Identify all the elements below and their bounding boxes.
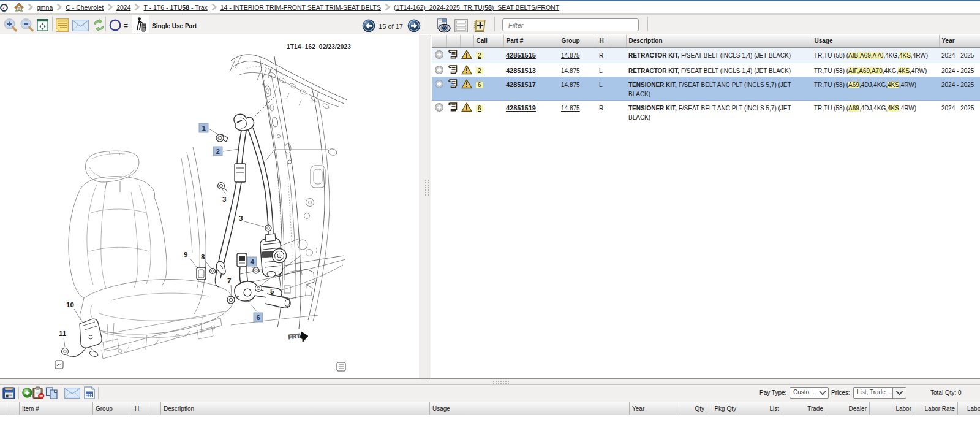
svg-text:11: 11 — [59, 330, 67, 337]
svg-text:2: 2 — [216, 148, 220, 155]
svg-text:1: 1 — [202, 124, 206, 132]
svg-text:10: 10 — [66, 301, 74, 308]
svg-text:6: 6 — [257, 314, 260, 321]
svg-text:9: 9 — [184, 251, 187, 258]
svg-text:5: 5 — [270, 288, 274, 295]
svg-text:3: 3 — [222, 196, 226, 203]
svg-text:FRT: FRT — [288, 332, 300, 340]
svg-text:7: 7 — [227, 277, 231, 285]
svg-text:4: 4 — [251, 258, 255, 266]
svg-text:8: 8 — [201, 253, 205, 261]
svg-text:3: 3 — [239, 215, 243, 222]
